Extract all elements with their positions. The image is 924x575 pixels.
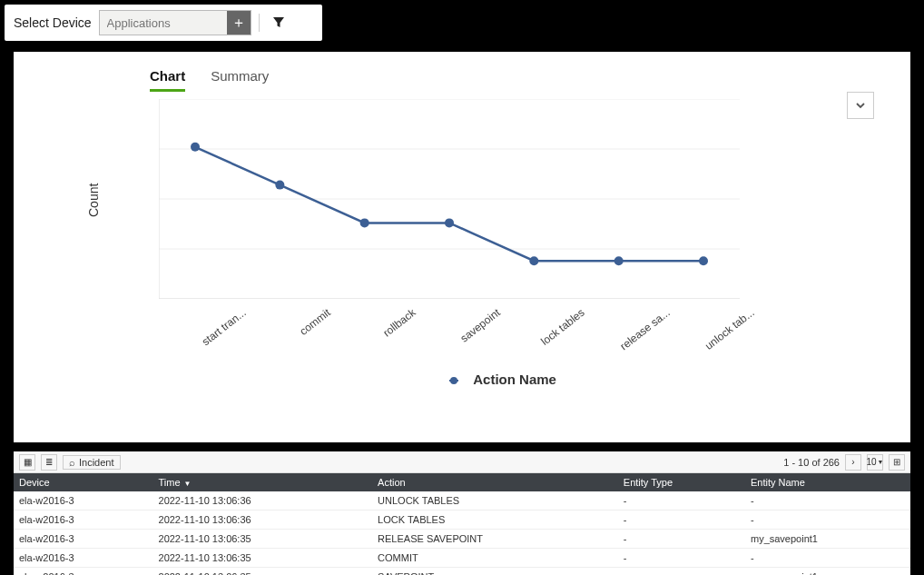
search-icon: ⌕ [69,457,75,468]
table-row[interactable]: ela-w2016-32022-11-10 13:06:36LOCK TABLE… [14,511,910,530]
select-device-label[interactable]: Select Device [14,15,92,30]
x-tick-label: commit [254,306,333,372]
table-cell: UNLOCK TABLES [372,491,618,511]
incident-label: Incident [79,457,114,468]
table-cell: - [745,491,910,511]
table-cell: - [618,511,745,530]
table-cell: - [618,568,745,576]
chart-panel: Chart Summary Count 0255075100 start tra… [14,52,910,442]
page-size-select[interactable]: 10▼ [867,454,883,471]
list-view-button[interactable]: ≣ [41,454,57,471]
table-cell: COMMIT [372,549,618,568]
table-cell: 2022-11-10 13:06:35 [153,549,373,568]
table-row[interactable]: ela-w2016-32022-11-10 13:06:35SAVEPOINT-… [14,568,910,576]
svg-point-12 [614,256,624,265]
chevron-right-icon: › [851,457,854,467]
chart-tabs: Chart Summary [150,68,883,92]
table-cell: - [618,549,745,568]
tab-summary[interactable]: Summary [211,68,269,92]
table-cell: ela-w2016-3 [14,549,153,568]
table-cell: ela-w2016-3 [14,568,153,576]
filter-button[interactable] [267,11,290,35]
table-cell: ela-w2016-3 [14,530,153,549]
page-size-value: 10 [866,457,876,467]
grid-view-button[interactable]: ▦ [19,454,35,471]
svg-point-11 [529,256,538,265]
table-cell: 2022-11-10 13:06:35 [153,568,373,576]
x-tick-label: rollback [339,306,418,372]
table-cell: - [618,491,745,511]
columns-config-button[interactable]: ⊞ [889,454,905,471]
column-header[interactable]: Entity Name [745,473,910,491]
grid-icon: ▦ [24,457,32,467]
page-info: 1 - 10 of 266 [783,457,840,468]
y-axis-label: Count [86,183,101,217]
funnel-icon [272,16,285,29]
table-cell: my_savepoint1 [745,568,910,576]
x-tick-label: savepoint [423,306,502,372]
events-table: DeviceTime▼ActionEntity TypeEntity Name … [14,473,910,575]
top-toolbar: Select Device ＋ [5,5,322,41]
table-cell: 2022-11-10 13:06:36 [153,491,373,511]
columns-icon: ⊞ [893,457,900,467]
applications-input[interactable] [100,16,227,30]
table-toolbar-right: 1 - 10 of 266 › 10▼ ⊞ [783,454,905,471]
column-header[interactable]: Device [14,473,153,491]
svg-point-8 [275,181,284,190]
table-cell: ela-w2016-3 [14,511,153,530]
incident-button[interactable]: ⌕ Incident [63,455,121,470]
x-tick-label: start tran... [169,306,248,372]
column-header[interactable]: Entity Type [618,473,745,491]
svg-point-10 [445,218,454,227]
table-toolbar-left: ▦ ≣ ⌕ Incident [19,454,121,471]
table-cell: my_savepoint1 [745,530,910,549]
legend-marker-icon [449,380,458,382]
x-tick-label: release sa... [593,306,672,372]
legend-label: Action Name [473,372,556,387]
table-row[interactable]: ela-w2016-32022-11-10 13:06:35COMMIT-- [14,549,910,568]
table-toolbar: ▦ ≣ ⌕ Incident 1 - 10 of 266 › 10▼ ⊞ [14,451,910,473]
plus-icon: ＋ [231,14,246,33]
table-cell: - [745,549,910,568]
sort-desc-icon: ▼ [184,480,192,488]
caret-down-icon: ▼ [878,459,884,465]
add-application-button[interactable]: ＋ [227,11,251,35]
applications-input-wrap: ＋ [99,10,251,35]
table-body: ela-w2016-32022-11-10 13:06:36UNLOCK TAB… [14,491,910,575]
x-tick-label: unlock tab... [677,306,756,372]
table-row[interactable]: ela-w2016-32022-11-10 13:06:36UNLOCK TAB… [14,491,910,511]
chart-plot [159,99,740,299]
column-header[interactable]: Action [372,473,618,491]
table-cell: - [745,511,910,530]
svg-point-7 [191,143,200,152]
table-cell: - [618,530,745,549]
chart-area: Count 0255075100 start tran...commitroll… [123,99,883,381]
svg-point-9 [360,218,369,227]
table-header-row: DeviceTime▼ActionEntity TypeEntity Name [14,473,910,491]
tab-chart[interactable]: Chart [150,68,185,92]
next-page-button[interactable]: › [845,454,861,471]
list-icon: ≣ [45,457,53,467]
divider [259,14,260,32]
table-row[interactable]: ela-w2016-32022-11-10 13:06:35RELEASE SA… [14,530,910,549]
table-panel: ▦ ≣ ⌕ Incident 1 - 10 of 266 › 10▼ ⊞ Dev… [14,451,910,575]
table-cell: SAVEPOINT [372,568,618,576]
table-cell: ela-w2016-3 [14,491,153,511]
svg-point-13 [699,256,708,265]
x-tick-label: lock tables [508,306,587,372]
table-cell: 2022-11-10 13:06:35 [153,530,373,549]
table-cell: RELEASE SAVEPOINT [372,530,618,549]
table-cell: LOCK TABLES [372,511,618,530]
column-header[interactable]: Time▼ [153,473,373,491]
table-cell: 2022-11-10 13:06:36 [153,511,373,530]
chart-legend: Action Name [123,372,883,387]
